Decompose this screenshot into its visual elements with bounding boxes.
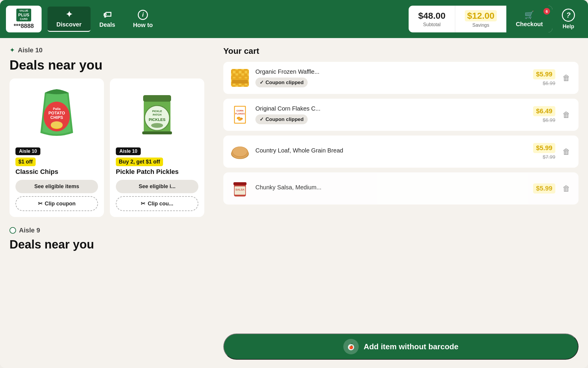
checkmark-icon-cornflakes: ✓ xyxy=(260,116,264,122)
svg-point-33 xyxy=(233,147,247,156)
cornflakes-price-block: $6.49 $6.99 xyxy=(533,106,555,123)
pickles-see-eligible-label: See eligible i... xyxy=(139,183,176,189)
main-nav: ✦ Discover 🏷 Deals i How to xyxy=(48,7,162,32)
svg-text:POTATO: POTATO xyxy=(48,111,65,115)
help-icon: ? xyxy=(562,9,575,22)
aisle9-deals-title: Deals near you xyxy=(10,238,204,251)
pickle-jar-svg: PICKLE PATCH PICKLES xyxy=(138,87,176,142)
salsa-delete-button[interactable]: 🗑 xyxy=(560,183,573,194)
svg-text:Palla: Palla xyxy=(53,107,61,111)
svg-rect-19 xyxy=(232,75,248,77)
svg-text:FLAKES: FLAKES xyxy=(235,112,245,115)
aisle9-label: Aisle 9 xyxy=(19,227,40,234)
cornflakes-info: Original Corn Flakes C... ✓ Coupon clipp… xyxy=(255,105,528,124)
salsa-image: SALSA xyxy=(229,178,251,199)
logo-plus: PLUS xyxy=(18,12,29,18)
nav-howto-label: How to xyxy=(133,22,153,29)
main-content: ✦ Aisle 10 Deals near you Palla xyxy=(0,38,588,368)
pickles-product-name: Pickle Patch Pickles xyxy=(116,168,198,176)
svg-text:CHIPS: CHIPS xyxy=(50,115,63,120)
logo-card: VALUE PLUS CARD ***8888 xyxy=(6,6,42,32)
cornflakes-name: Original Corn Flakes C... xyxy=(255,105,528,112)
left-panel: ✦ Aisle 10 Deals near you Palla xyxy=(0,38,214,368)
pickles-aisle-badge: Aisle 10 xyxy=(116,147,141,155)
cart-summary: $48.00 Subtotal $12.00 Savings 6 🛒 Check… xyxy=(409,6,552,32)
salsa-price-block: $5.99 xyxy=(533,183,555,194)
chips-clip-coupon-button[interactable]: ✂ Clip coupon xyxy=(15,196,98,211)
add-item-button[interactable]: 🍎 Add item without barcode xyxy=(223,334,578,360)
savings-label: Savings xyxy=(472,23,489,28)
bread-name: Country Loaf, Whole Grain Bread xyxy=(255,147,528,154)
waffle-name: Organic Frozen Waffle... xyxy=(255,68,528,75)
subtotal-amount: $48.00 xyxy=(418,11,445,21)
svg-point-5 xyxy=(51,121,63,128)
cart-item-salsa: SALSA Chunky Salsa, Medium... $5.99 🗑 xyxy=(223,172,578,205)
help-button[interactable]: ? Help xyxy=(555,6,582,33)
logo-card-word: CARD xyxy=(18,18,29,21)
aisle10-header: ✦ Aisle 10 xyxy=(10,46,204,54)
deals-grid: Palla POTATO CHIPS Aisle 10 $1 off Class… xyxy=(10,78,204,217)
chips-bag-svg: Palla POTATO CHIPS xyxy=(36,87,78,142)
logo-badge: VALUE PLUS CARD xyxy=(16,9,31,21)
info-icon: i xyxy=(138,10,148,20)
chips-deal-tag: $1 off xyxy=(15,158,36,166)
cart-item-cornflakes: CORN FLAKES Original Corn Flakes C... ✓ … xyxy=(223,99,578,131)
cart-icon: 🛒 xyxy=(524,10,534,20)
subtotal-label: Subtotal xyxy=(423,22,441,27)
cornflakes-price: $6.49 xyxy=(533,106,555,116)
pickles-see-eligible-button[interactable]: See eligible i... xyxy=(116,180,198,193)
svg-rect-20 xyxy=(232,78,248,80)
pickles-image: PICKLE PATCH PICKLES xyxy=(116,84,198,144)
svg-text:PICKLE: PICKLE xyxy=(152,110,162,113)
cart-items-list: Organic Frozen Waffle... ✓ Coupon clippe… xyxy=(223,62,578,234)
svg-rect-21 xyxy=(232,80,248,84)
aisle9-indicator xyxy=(10,227,16,234)
chips-see-eligible-button[interactable]: See eligible items xyxy=(15,180,98,193)
bread-image xyxy=(229,141,251,162)
help-label: Help xyxy=(562,23,574,30)
apple-icon-svg: 🍎 xyxy=(347,342,355,351)
bread-delete-button[interactable]: 🗑 xyxy=(560,146,573,158)
savings-block: $12.00 Savings xyxy=(455,6,506,32)
cornflakes-image: CORN FLAKES xyxy=(229,104,251,125)
cornflakes-svg: CORN FLAKES xyxy=(230,104,250,125)
waffle-delete-button[interactable]: 🗑 xyxy=(560,72,573,84)
cart-item-bread: Country Loaf, Whole Grain Bread $5.99 $7… xyxy=(223,136,578,168)
waffle-info: Organic Frozen Waffle... ✓ Coupon clippe… xyxy=(255,68,528,87)
aisle9-section: Aisle 9 Deals near you xyxy=(10,227,204,251)
cart-item-waffle: Organic Frozen Waffle... ✓ Coupon clippe… xyxy=(223,62,578,94)
chips-product-name: Classic Chips xyxy=(15,168,98,176)
waffle-image xyxy=(229,67,251,89)
salsa-info: Chunky Salsa, Medium... xyxy=(255,184,528,193)
deal-card-chips: Palla POTATO CHIPS Aisle 10 $1 off Class… xyxy=(10,78,104,217)
cornflakes-coupon-label: Coupon clipped xyxy=(265,117,304,122)
pickles-clip-label: Clip cou... xyxy=(148,201,173,207)
salsa-price: $5.99 xyxy=(533,183,555,194)
deal-card-pickles: PICKLE PATCH PICKLES Aisle 10 Buy 2, get… xyxy=(110,78,204,217)
cornflakes-original-price: $6.99 xyxy=(543,117,555,123)
right-panel: Your cart xyxy=(214,38,588,368)
checkout-count: 6 xyxy=(543,8,550,15)
header: VALUE PLUS CARD ***8888 ✦ Discover 🏷 Dea… xyxy=(0,0,588,38)
nav-howto[interactable]: i How to xyxy=(124,7,162,32)
cornflakes-delete-button[interactable]: 🗑 xyxy=(560,109,573,121)
aisle9-header: Aisle 9 xyxy=(10,227,204,234)
waffle-coupon-label: Coupon clipped xyxy=(265,80,304,86)
pickles-clip-coupon-button[interactable]: ✂ Clip cou... xyxy=(116,196,198,211)
waffle-svg xyxy=(230,67,250,88)
waffle-price-block: $5.99 $6.99 xyxy=(533,69,555,87)
svg-text:SALSA: SALSA xyxy=(235,188,245,191)
savings-amount: $12.00 xyxy=(465,10,497,21)
cart-title: Your cart xyxy=(223,46,578,56)
bread-price: $5.99 xyxy=(533,143,555,153)
bread-info: Country Loaf, Whole Grain Bread xyxy=(255,147,528,156)
waffle-coupon-badge: ✓ Coupon clipped xyxy=(255,78,308,87)
svg-rect-35 xyxy=(233,182,246,185)
chips-clip-label: Clip coupon xyxy=(45,201,76,207)
waffle-original-price: $6.99 xyxy=(543,81,555,87)
subtotal-block: $48.00 Subtotal xyxy=(409,6,455,32)
aisle10-label: Aisle 10 xyxy=(18,46,42,54)
nav-deals[interactable]: 🏷 Deals xyxy=(91,7,124,31)
nav-discover[interactable]: ✦ Discover xyxy=(48,7,91,32)
checkout-button[interactable]: 6 🛒 Checkout xyxy=(506,6,552,32)
